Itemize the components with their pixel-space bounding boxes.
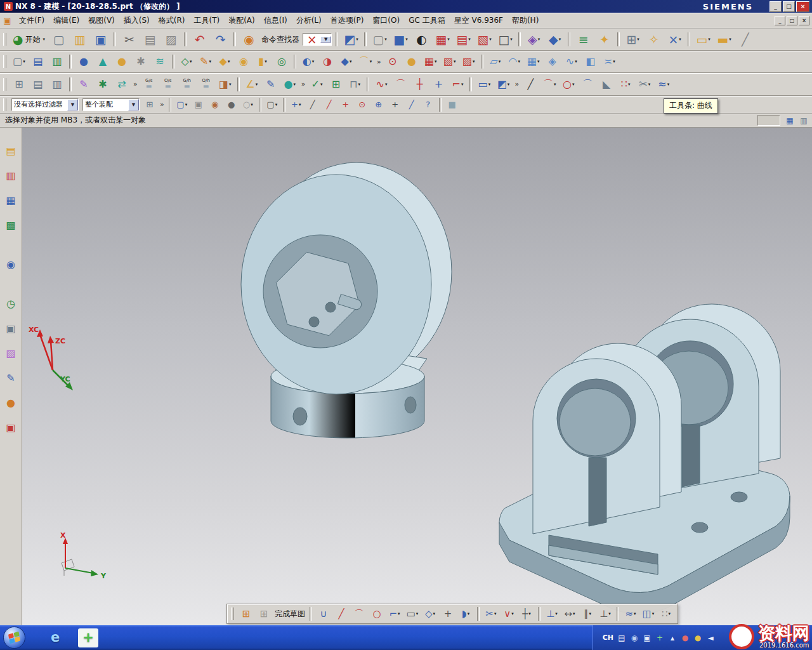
clamp-icon[interactable]: ⊓▾ [346, 76, 363, 93]
constraints-icon[interactable]: ⊥▾ [544, 606, 560, 621]
menu-item[interactable]: 编辑(E) [49, 13, 84, 28]
orient-view-icon[interactable]: ◈▾ [524, 30, 544, 49]
new-part-launcher-icon[interactable]: + [78, 628, 98, 647]
hook-curve-icon[interactable]: ⌐▾ [449, 76, 466, 93]
cascade-icon[interactable]: ▤ [29, 53, 47, 70]
open-file-icon[interactable]: ▥ [70, 30, 89, 49]
point-set-icon[interactable]: ⊙ [384, 53, 402, 70]
part-navigator-icon[interactable]: ▦ [2, 192, 20, 209]
sketch-circle-icon[interactable]: ○ [369, 606, 385, 621]
menu-item[interactable]: 视图(V) [84, 13, 119, 28]
assembly-navigator-icon[interactable]: ▤ [2, 143, 20, 159]
web-browser-icon[interactable]: ◉ [2, 256, 20, 273]
model-ring-part[interactable] [241, 162, 452, 438]
pattern-array-icon[interactable]: ∷▾ [658, 606, 674, 621]
wave-icon[interactable]: ≋ [151, 53, 169, 70]
corner-rect-icon[interactable]: ◩▾ [494, 76, 512, 93]
update-tray-icon[interactable]: ▣ [641, 632, 653, 644]
marquee-icon[interactable]: ▢▾ [265, 98, 280, 111]
helix-icon[interactable]: ⌒ [391, 76, 409, 93]
sphere-blue-icon[interactable]: ● [75, 53, 93, 70]
measure-icon[interactable]: ▭▾ [693, 30, 713, 49]
sketch-ellipse-icon[interactable]: ◗▾ [457, 606, 474, 621]
toolbar-overflow-chevron[interactable]: » [133, 80, 138, 88]
maximize-button[interactable]: □ [783, 1, 795, 12]
revolve-icon[interactable]: ◉ [235, 53, 252, 70]
undo-icon[interactable]: ↶ [190, 30, 209, 49]
snap-point-icon[interactable]: +▾ [289, 98, 304, 111]
control-point-icon[interactable]: + [338, 98, 353, 111]
profile-curve-icon[interactable]: ∪ [315, 606, 332, 621]
toolbar-overflow-chevron[interactable]: » [514, 80, 519, 88]
vertical-dim-icon[interactable]: ⊥▾ [597, 606, 613, 621]
menu-item[interactable]: 格式(R) [154, 13, 190, 28]
offset-curve-icon[interactable]: ≈▾ [655, 76, 672, 93]
gears-green-icon[interactable]: ✱ [94, 76, 112, 93]
menu-item[interactable]: 帮助(H) [508, 13, 543, 28]
datum-plane-icon[interactable]: ◇▾ [178, 53, 195, 70]
chevron-tray-icon[interactable]: ▴ [667, 632, 678, 644]
analysis-icon[interactable]: ●▾ [281, 76, 299, 93]
through-curves-icon[interactable]: ◠▾ [506, 53, 523, 70]
view-style-icon[interactable]: □▾ [495, 30, 515, 49]
point-cross2-icon[interactable]: + [429, 76, 447, 93]
parallel-dim-icon[interactable]: ∥▾ [579, 606, 596, 621]
menu-item[interactable]: 窗口(O) [368, 13, 404, 28]
quick-extend-icon[interactable]: ∨▾ [501, 606, 517, 621]
examine-geometry-icon[interactable]: ✓▾ [308, 76, 325, 93]
child-minimize-button[interactable]: _ [775, 16, 785, 25]
toolbar-overflow-chevron[interactable]: » [160, 100, 164, 109]
sphere-gold-icon[interactable]: ● [403, 53, 421, 70]
paste-icon[interactable]: ▨ [161, 30, 181, 49]
keyboard-tray-icon[interactable]: ▤ [616, 632, 627, 644]
highlight-icon[interactable]: ▣ [191, 98, 206, 111]
menu-item[interactable]: 首选项(P) [326, 13, 369, 28]
command-finder-box[interactable]: ×▼ [303, 33, 332, 46]
constraint-navigator-icon[interactable]: ▥ [2, 168, 20, 184]
people-icon[interactable]: ● [2, 395, 20, 411]
wire-sphere-icon[interactable]: ○▾ [240, 98, 256, 111]
stack-icon[interactable]: ▤ [29, 76, 47, 93]
verify-icon[interactable]: ⊞ [327, 76, 344, 93]
selection-filter-combo[interactable]: 没有选择过滤器▼ [11, 98, 79, 111]
sketch-grid-icon[interactable]: ⊞ [256, 606, 272, 621]
replace-face-icon[interactable]: G/h▬ [178, 76, 196, 93]
box-red3-icon[interactable]: ▨▾ [460, 53, 478, 70]
start-menu-button[interactable]: ◕开始▾ [10, 30, 48, 49]
chevron-down-icon[interactable]: ▼ [67, 99, 78, 110]
magnet-icon[interactable]: ◉ [207, 98, 223, 111]
offset-face-icon[interactable]: O/s▬ [159, 76, 177, 93]
circle-tool-icon[interactable]: ○▾ [560, 76, 577, 93]
box-red1-icon[interactable]: ▦▾ [422, 53, 440, 70]
chevron-down-icon[interactable]: ▼ [128, 99, 139, 110]
display-window-icon[interactable]: ▢▾ [370, 30, 390, 49]
child-restore-button[interactable]: □ [787, 16, 797, 25]
sketch-polygon-icon[interactable]: ◇▾ [422, 606, 438, 621]
offset-curve-icon[interactable]: ≈▾ [622, 606, 639, 621]
hole-icon[interactable]: ◎ [273, 53, 291, 70]
layer-settings-icon[interactable]: ≡ [573, 30, 593, 49]
template-icon[interactable]: ▣ [2, 420, 20, 436]
close-button[interactable]: × [796, 1, 809, 12]
graphics-viewport[interactable]: XC ZC YC X Y ⊞⊞完成草图∪╱⌒○⌐▾▭▾◇▾+◗▾✂▾∨▾┼▾⊥▾… [22, 128, 812, 630]
pattern-curve-icon[interactable]: ∷▾ [617, 76, 634, 93]
resize-face-icon[interactable]: O/h▬ [197, 76, 215, 93]
capture-icon[interactable]: ◩▾ [341, 30, 361, 49]
wcs-triad[interactable]: XC ZC YC [27, 323, 97, 394]
ball-gold-icon[interactable]: ● [113, 53, 131, 70]
chamfer-tool-icon[interactable]: ◣ [598, 76, 615, 93]
offset-surface-icon[interactable]: ≍▾ [601, 53, 619, 70]
minimize-button[interactable]: _ [769, 1, 782, 12]
toolbar-grip[interactable] [3, 33, 6, 46]
help-tray-icon[interactable]: ◉ [629, 632, 640, 644]
status-grid-icon[interactable]: ▦ [783, 115, 796, 126]
menu-item[interactable]: GC 工具箱 [404, 13, 450, 28]
point-help-icon[interactable]: ? [421, 98, 436, 111]
chevron-down-icon[interactable]: ▼ [320, 36, 331, 43]
toolbar-grip[interactable] [231, 607, 234, 620]
sweep-icon[interactable]: ⌒▾ [357, 53, 374, 70]
selection-scope-combo[interactable]: 整个装配▼ [82, 98, 140, 111]
gear-icon[interactable]: ✱ [132, 53, 150, 70]
trim-curve-icon[interactable]: ✂▾ [636, 76, 653, 93]
menu-item[interactable]: 文件(F) [15, 13, 49, 28]
